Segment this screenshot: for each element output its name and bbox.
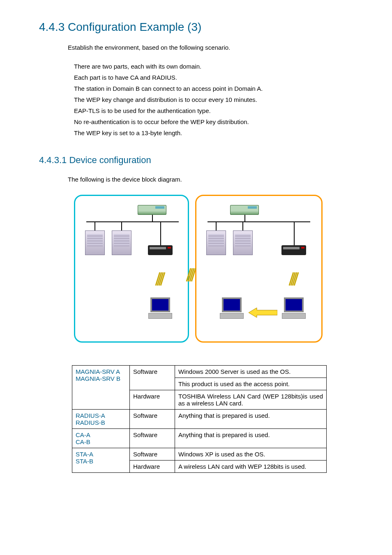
server-icon <box>85 230 105 255</box>
scenario-list: There are two parts, each with its own d… <box>74 61 353 138</box>
svg-marker-0 <box>249 308 277 318</box>
wire <box>160 230 161 245</box>
section-heading: 4.4.3 Configuration Example (3) <box>39 21 353 34</box>
intro-paragraph: Establish the environment, based on the … <box>68 43 353 53</box>
device-name: CA-B <box>76 438 90 445</box>
wifi-icon <box>154 271 166 287</box>
wire <box>242 221 243 230</box>
wire <box>152 215 153 221</box>
table-row: CA-A CA-B Software Anything that is prep… <box>72 429 327 448</box>
description-cell: This product is used as the access point… <box>175 378 327 390</box>
hub-icon <box>230 205 259 215</box>
wifi-icon <box>185 267 197 283</box>
description-cell: TOSHIBA Wireless LAN Card (WEP 128bits)i… <box>175 390 327 410</box>
category-cell: Hardware <box>130 461 175 473</box>
category-cell: Software <box>130 429 175 448</box>
server-icon <box>112 230 131 255</box>
wire <box>208 221 310 222</box>
table-row: RADIUS-A RADIUS-B Software Anything that… <box>72 410 327 429</box>
wire <box>86 221 179 222</box>
client-pc-icon <box>148 297 172 322</box>
wire <box>160 221 161 230</box>
description-cell: Windows 2000 Server is used as the OS. <box>175 366 327 378</box>
scenario-item: No re-authentication is to occur before … <box>74 116 353 127</box>
table-row: MAGNIA-SRV A MAGNIA-SRV B Software Windo… <box>72 366 327 378</box>
scenario-item: The WEP key is set to a 13-byte length. <box>74 127 353 138</box>
subsection-heading: 4.4.3.1 Device configuration <box>39 155 353 166</box>
device-name: CA-A <box>76 431 90 438</box>
client-pc-icon <box>282 297 306 322</box>
access-point-icon <box>148 245 173 255</box>
roam-arrow-icon <box>249 308 277 318</box>
wifi-icon <box>288 271 300 287</box>
scenario-item: Each part is to have CA and RADIUS. <box>74 72 353 83</box>
device-table: MAGNIA-SRV A MAGNIA-SRV B Software Windo… <box>72 365 327 473</box>
server-icon <box>233 230 253 255</box>
scenario-item: The WEP key change and distribution is t… <box>74 94 353 105</box>
wire <box>294 230 295 245</box>
scenario-item: EAP-TLS is to be used for the authentica… <box>74 105 353 116</box>
description-cell: A wireless LAN card with WEP 128bits is … <box>175 461 327 473</box>
description-cell: Windows XP is used as the OS. <box>175 448 327 461</box>
access-point-icon <box>281 245 306 255</box>
table-row: STA-A STA-B Software Windows XP is used … <box>72 448 327 461</box>
client-pc-icon <box>220 297 244 322</box>
network-diagram <box>72 193 327 349</box>
wire <box>294 221 295 230</box>
scenario-item: There are two parts, each with its own d… <box>74 61 353 72</box>
device-name: RADIUS-B <box>76 419 105 426</box>
category-cell: Software <box>130 366 175 390</box>
device-name: MAGNIA-SRV A <box>76 368 120 375</box>
device-name: STA-B <box>76 458 93 465</box>
scenario-item: The station in Domain B can connect to a… <box>74 83 353 94</box>
device-cell: RADIUS-A RADIUS-B <box>72 410 130 429</box>
description-cell: Anything that is prepared is used. <box>175 410 327 429</box>
description-cell: Anything that is prepared is used. <box>175 429 327 448</box>
device-name: STA-A <box>76 451 93 458</box>
device-name: MAGNIA-SRV B <box>76 375 120 382</box>
wire <box>95 221 95 230</box>
diagram-intro: The following is the device block diagra… <box>68 175 353 184</box>
wire <box>216 221 217 230</box>
device-name: RADIUS-A <box>76 412 105 419</box>
category-cell: Software <box>130 410 175 429</box>
wire <box>121 221 122 230</box>
device-cell: MAGNIA-SRV A MAGNIA-SRV B <box>72 366 130 410</box>
wire <box>244 215 245 221</box>
category-cell: Hardware <box>130 390 175 410</box>
device-cell: CA-A CA-B <box>72 429 130 448</box>
server-icon <box>206 230 226 255</box>
category-cell: Software <box>130 448 175 461</box>
hub-icon <box>138 205 166 215</box>
device-cell: STA-A STA-B <box>72 448 130 473</box>
